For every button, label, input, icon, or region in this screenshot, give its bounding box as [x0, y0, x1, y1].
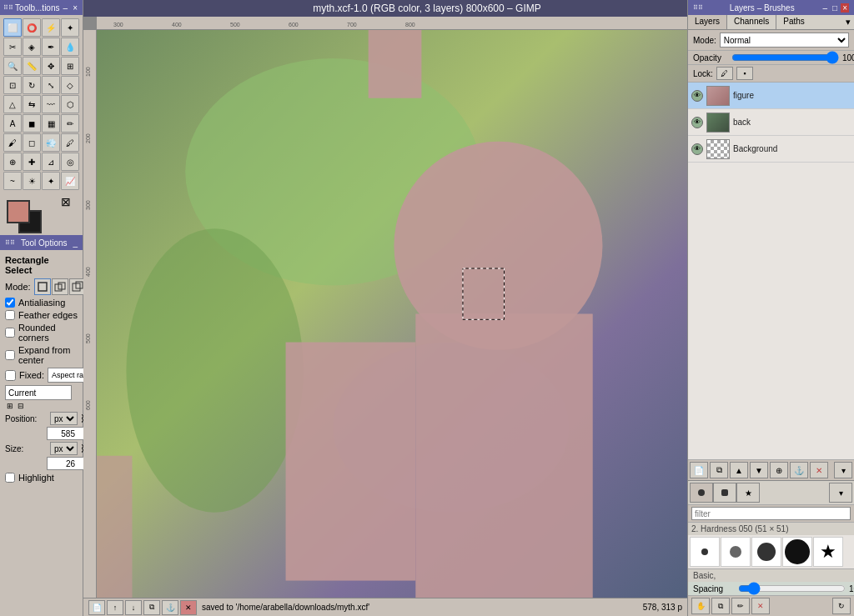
brush-item-5[interactable]: ★ — [813, 537, 843, 567]
mode-replace[interactable] — [34, 278, 51, 295]
layer-eye-background[interactable]: 👁 — [691, 143, 703, 155]
layer-eye-figure[interactable]: 👁 — [691, 90, 703, 102]
tab-channels[interactable]: Channels — [727, 15, 776, 29]
raise-layer-button[interactable]: ↑ — [107, 600, 123, 615]
tool-scale[interactable]: ⤡ — [42, 76, 60, 94]
new-layer-from-visible-btn[interactable]: ⧉ — [710, 462, 728, 478]
tab-paths[interactable]: Paths — [776, 15, 811, 29]
brush-round-tab[interactable] — [690, 483, 713, 503]
anchor-layer-btn[interactable]: ⚓ — [790, 462, 808, 478]
tool-scissors[interactable]: ✂ — [3, 38, 22, 56]
brush-item-3[interactable] — [751, 537, 781, 567]
default-colors-icon[interactable]: ⊠ — [61, 195, 71, 208]
toolbox-minimize[interactable]: – — [62, 3, 70, 13]
size-w-input[interactable] — [47, 457, 88, 470]
tool-ink[interactable]: 🖊 — [61, 133, 79, 152]
brush-item-2[interactable] — [721, 537, 751, 567]
brush-item-4[interactable] — [782, 537, 812, 567]
anchor-layer-button[interactable]: ⚓ — [162, 600, 178, 615]
layer-item-figure[interactable]: 👁 figure — [688, 83, 854, 109]
tool-measure[interactable]: 📏 — [23, 57, 41, 75]
tool-options-minimize[interactable]: _ — [73, 238, 78, 248]
tool-eraser[interactable]: ◻ — [23, 133, 41, 152]
layers-minimize[interactable]: – — [821, 3, 830, 13]
toolbox-close[interactable]: × — [71, 3, 79, 13]
tool-convolve[interactable]: ✦ — [42, 172, 60, 190]
layers-maximize[interactable]: □ — [831, 3, 839, 13]
foreground-color-swatch[interactable] — [7, 200, 30, 223]
brushes-filter-input[interactable] — [691, 507, 851, 520]
canvas-viewport[interactable] — [97, 30, 687, 598]
tool-text[interactable]: A — [3, 114, 22, 133]
mode-add[interactable] — [52, 278, 68, 295]
tool-airbrush[interactable]: 💨 — [42, 133, 60, 152]
position-unit-select[interactable]: px % — [50, 412, 78, 425]
tool-dodge-burn[interactable]: ☀ — [23, 172, 41, 190]
new-layer-button[interactable]: 📄 — [88, 600, 105, 615]
raise-layer-btn[interactable]: ▲ — [730, 462, 748, 478]
tool-ellipse-select[interactable]: ⭕ — [23, 18, 41, 37]
tool-crop[interactable]: ⊡ — [3, 76, 22, 94]
edit-tool-btn[interactable]: ✏ — [731, 598, 750, 614]
duplicate-layer-button[interactable]: ⧉ — [143, 600, 160, 615]
lock-alpha-button[interactable]: ▪ — [736, 67, 753, 80]
tool-shear[interactable]: ◇ — [61, 76, 79, 94]
tool-perspective[interactable]: △ — [3, 95, 22, 113]
lock-pixels-button[interactable]: 🖊 — [716, 67, 733, 80]
duplicate-layer-btn[interactable]: ⊕ — [770, 462, 788, 478]
rounded-corners-checkbox[interactable] — [5, 328, 15, 338]
layers-menu-icon[interactable]: ▾ — [842, 15, 854, 29]
layer-item-back[interactable]: 👁 back — [688, 109, 854, 136]
lower-layer-btn[interactable]: ▼ — [750, 462, 768, 478]
hand-tool-btn[interactable]: ✋ — [691, 598, 710, 614]
tool-foreground-select[interactable]: ◈ — [23, 38, 41, 56]
brush-item-1[interactable] — [690, 537, 720, 567]
new-layer-btn[interactable]: 📄 — [690, 462, 708, 478]
refresh-btn[interactable]: ↻ — [832, 598, 851, 614]
fixed-checkbox[interactable] — [5, 370, 16, 381]
tool-smudge[interactable]: ~ — [3, 172, 22, 190]
layers-close[interactable]: × — [841, 3, 849, 13]
tool-blur-sharpen[interactable]: ◎ — [61, 153, 79, 171]
layer-item-background[interactable]: 👁 Background — [688, 136, 854, 163]
tool-gradient[interactable]: ▦ — [42, 114, 60, 133]
current-icon1[interactable]: ⊞ — [7, 402, 13, 410]
tool-heal[interactable]: ✚ — [23, 153, 41, 171]
duplicate-tool-btn[interactable]: ⧉ — [711, 598, 730, 614]
layer-mode-select[interactable]: Normal Dissolve Multiply Screen — [720, 33, 849, 48]
highlight-checkbox[interactable] — [5, 473, 15, 483]
antialiasing-checkbox[interactable] — [5, 298, 15, 308]
tool-paintbrush[interactable]: 🖌 — [3, 133, 22, 152]
spacing-slider[interactable] — [738, 583, 846, 593]
tool-paths[interactable]: ✒ — [42, 38, 60, 56]
tool-flip[interactable]: ⇆ — [23, 95, 41, 113]
tool-warp[interactable]: 〰 — [42, 95, 60, 113]
brush-square-tab[interactable] — [713, 483, 736, 503]
tool-free-select[interactable]: ⚡ — [42, 18, 60, 37]
tool-rect-select[interactable]: ⬜ — [3, 18, 22, 37]
tool-color-picker[interactable]: 💧 — [61, 38, 79, 56]
tool-clone[interactable]: ⊕ — [3, 153, 22, 171]
lower-layer-button[interactable]: ↓ — [125, 600, 142, 615]
tool-pencil[interactable]: ✏ — [61, 114, 79, 133]
tab-layers[interactable]: Layers — [688, 15, 727, 29]
delete-layer-btn[interactable]: ✕ — [810, 462, 828, 478]
delete-brush-btn[interactable]: ✕ — [751, 598, 770, 614]
position-x-input[interactable] — [47, 427, 88, 440]
tool-perspective-clone[interactable]: ⊿ — [42, 153, 60, 171]
brush-star-tab[interactable]: ★ — [736, 483, 760, 503]
tool-fuzzy-select[interactable]: ✦ — [61, 18, 79, 37]
current-input[interactable] — [5, 385, 72, 400]
tool-align[interactable]: ⊞ — [61, 57, 79, 75]
tool-bucket-fill[interactable]: ◼ — [23, 114, 41, 133]
feather-edges-checkbox[interactable] — [5, 310, 15, 320]
layers-menu-btn[interactable]: ▾ — [834, 462, 852, 478]
current-icon2[interactable]: ⊟ — [18, 402, 24, 410]
expand-from-center-checkbox[interactable] — [5, 350, 15, 360]
tool-curves[interactable]: 📈 — [61, 172, 79, 190]
layer-eye-back[interactable]: 👁 — [691, 117, 703, 128]
tool-move[interactable]: ✥ — [42, 57, 60, 75]
delete-layer-button[interactable]: ✕ — [180, 600, 197, 615]
tool-rotate[interactable]: ↻ — [23, 76, 41, 94]
tool-cage[interactable]: ⬡ — [61, 95, 79, 113]
